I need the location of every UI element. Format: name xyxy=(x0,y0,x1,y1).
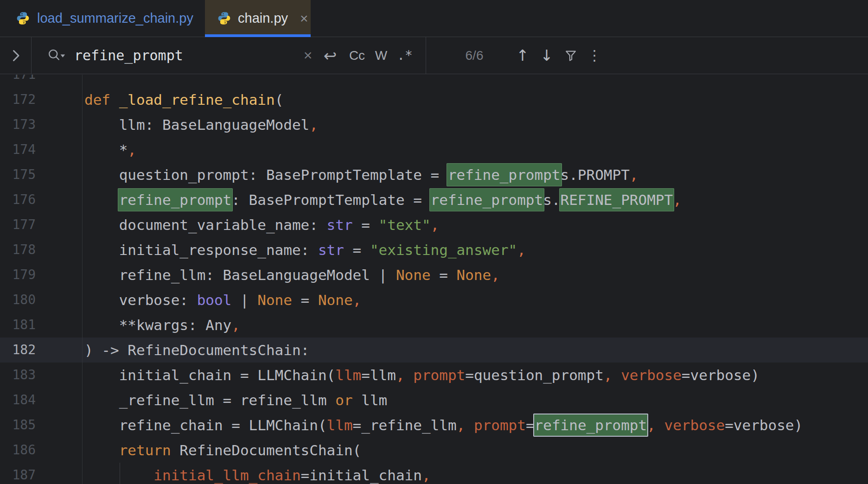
code-line[interactable]: 178 initial_response_name: str = "existi… xyxy=(0,237,868,262)
search-match-current: refine_prompt xyxy=(533,414,649,437)
line-number[interactable]: 187 xyxy=(9,463,36,484)
expand-search-chevron-icon[interactable] xyxy=(6,37,25,74)
line-number[interactable]: 181 xyxy=(9,312,36,338)
line-number[interactable]: 184 xyxy=(9,388,36,413)
code-line[interactable]: 184 _refine_llm = refine_llm or llm xyxy=(0,388,868,413)
line-number[interactable]: 172 xyxy=(9,87,36,112)
code-line[interactable]: 182) -> RefineDocumentsChain: xyxy=(0,338,868,363)
code-text: def _load_refine_chain( xyxy=(84,87,283,112)
search-icon[interactable] xyxy=(45,37,69,74)
next-match-icon[interactable]: ↓ xyxy=(537,37,556,74)
line-number[interactable]: 183 xyxy=(9,363,36,388)
gutter-divider xyxy=(82,75,83,484)
search-input[interactable]: refine_prompt xyxy=(74,37,183,74)
code-line[interactable]: 181 **kwargs: Any, xyxy=(0,312,868,338)
code-text: document_variable_name: str = "text", xyxy=(84,212,439,237)
code-line[interactable]: 172def _load_refine_chain( xyxy=(0,87,868,112)
line-number[interactable]: 186 xyxy=(9,438,36,463)
tab-label: load_summarize_chain.py xyxy=(37,11,193,26)
line-number[interactable]: 178 xyxy=(9,237,36,262)
code-line[interactable]: 174 *, xyxy=(0,137,868,162)
code-line[interactable]: 173 llm: BaseLanguageModel, xyxy=(0,112,868,137)
code-text: refine_prompt: BasePromptTemplate = refi… xyxy=(84,187,682,212)
code-line[interactable]: 187 initial_llm_chain=initial_chain, xyxy=(0,463,868,484)
match-case-toggle[interactable]: Cc xyxy=(347,37,367,74)
match-count: 6/6 xyxy=(457,37,492,74)
tab-chain-py[interactable]: chain.py × xyxy=(205,0,311,37)
code-line[interactable]: 176 refine_prompt: BasePromptTemplate = … xyxy=(0,187,868,212)
code-line[interactable]: 177 document_variable_name: str = "text"… xyxy=(0,212,868,237)
line-number[interactable]: 177 xyxy=(9,212,36,237)
code-text: ) -> RefineDocumentsChain: xyxy=(84,338,309,363)
code-text: return RefineDocumentsChain( xyxy=(84,438,361,463)
editor-tab-bar: load_summarize_chain.py chain.py × xyxy=(0,0,868,37)
code-line[interactable]: 175 question_prompt: BasePromptTemplate … xyxy=(0,162,868,187)
code-text: initial_llm_chain=initial_chain, xyxy=(84,463,431,484)
search-match-highlight: REFINE_PROMPT xyxy=(559,188,675,211)
code-text: initial_chain = LLMChain(llm=llm, prompt… xyxy=(84,363,760,388)
code-line[interactable]: 180 verbose: bool | None = None, xyxy=(0,287,868,312)
search-match-highlight: refine_prompt xyxy=(447,163,562,186)
tab-label: chain.py xyxy=(238,11,288,26)
search-match-highlight: refine_prompt xyxy=(118,188,233,211)
line-number[interactable]: 171 xyxy=(9,75,36,87)
code-text: verbose: bool | None = None, xyxy=(84,287,361,312)
code-line[interactable]: 185 refine_chain = LLMChain(llm=_refine_… xyxy=(0,413,868,438)
whole-words-toggle[interactable]: W xyxy=(372,37,390,74)
clear-search-icon[interactable]: × xyxy=(299,37,317,74)
code-text: question_prompt: BasePromptTemplate = re… xyxy=(84,162,638,187)
line-number[interactable]: 175 xyxy=(9,162,36,187)
more-options-icon[interactable]: ⋮ xyxy=(585,37,604,74)
newline-icon[interactable]: ↩ xyxy=(320,37,340,74)
code-line[interactable]: 186 return RefineDocumentsChain( xyxy=(0,438,868,463)
toolbar-divider xyxy=(426,37,426,74)
code-text: **kwargs: Any, xyxy=(84,312,240,338)
python-file-icon xyxy=(217,11,231,25)
search-match-highlight: refine_prompt xyxy=(429,188,545,211)
ide-window: load_summarize_chain.py chain.py × refin xyxy=(0,0,868,484)
regex-toggle[interactable]: .* xyxy=(395,37,415,74)
code-text: refine_chain = LLMChain(llm=_refine_llm,… xyxy=(84,413,803,438)
code-line[interactable]: 179 refine_llm: BaseLanguageModel | None… xyxy=(0,262,868,287)
code-lines: 171172def _load_refine_chain(173 llm: Ba… xyxy=(0,75,868,484)
python-file-icon xyxy=(16,11,30,25)
tab-load-summarize-chain[interactable]: load_summarize_chain.py xyxy=(0,0,205,37)
line-number[interactable]: 185 xyxy=(9,413,36,438)
toolbar-divider xyxy=(31,37,32,74)
code-text: refine_llm: BaseLanguageModel | None = N… xyxy=(84,262,500,287)
filter-icon[interactable] xyxy=(561,37,581,74)
search-query-text: refine_prompt xyxy=(74,47,183,64)
code-text: *, xyxy=(84,137,136,162)
code-text: llm: BaseLanguageModel, xyxy=(84,112,318,137)
code-text: _refine_llm = refine_llm or llm xyxy=(84,388,387,413)
line-number[interactable]: 176 xyxy=(9,187,36,212)
tab-close-icon[interactable]: × xyxy=(300,12,308,25)
code-text: initial_response_name: str = "existing_a… xyxy=(84,237,526,262)
line-number[interactable]: 173 xyxy=(9,112,36,137)
line-number[interactable]: 182 xyxy=(9,338,36,363)
previous-match-icon[interactable]: ↑ xyxy=(513,37,532,74)
line-number[interactable]: 174 xyxy=(9,137,36,162)
code-line[interactable]: 183 initial_chain = LLMChain(llm=llm, pr… xyxy=(0,363,868,388)
code-line[interactable]: 171 xyxy=(0,75,868,87)
line-number[interactable]: 179 xyxy=(9,262,36,287)
find-toolbar: refine_prompt × ↩ Cc W .* 6/6 ↑ ↓ ⋮ xyxy=(0,37,868,74)
line-number[interactable]: 180 xyxy=(9,287,36,312)
code-editor[interactable]: 171172def _load_refine_chain(173 llm: Ba… xyxy=(0,75,868,484)
